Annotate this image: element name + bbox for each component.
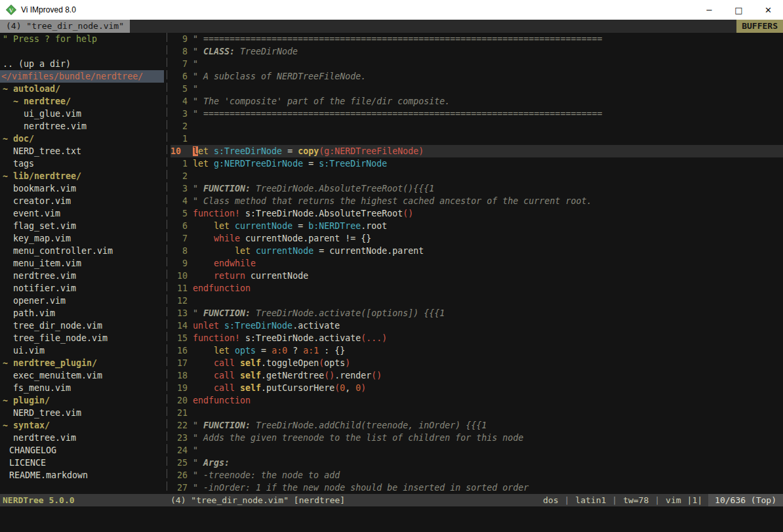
nerdtree-item[interactable]: ui.vim bbox=[0, 344, 164, 357]
nerdtree-item[interactable]: nerdtree.vim bbox=[0, 120, 164, 133]
nerdtree-item[interactable]: README.markdown bbox=[0, 469, 164, 481]
nerdtree-item[interactable]: tree_file_node.vim bbox=[0, 332, 164, 344]
line-number: 22 bbox=[171, 419, 188, 432]
nerdtree-item[interactable]: flag_set.vim bbox=[0, 220, 164, 232]
nerdtree-item[interactable]: ~ doc/ bbox=[0, 133, 164, 145]
editor-line[interactable]: 1let g:NERDTreeDirNode = s:TreeDirNode bbox=[171, 157, 783, 170]
editor-line[interactable]: 9 endwhile bbox=[171, 257, 783, 270]
statusline: NERDTree 5.0.0 (4) "tree_dir_node.vim" [… bbox=[0, 494, 783, 506]
close-button[interactable]: ✕ bbox=[753, 0, 783, 20]
nerdtree-item[interactable]: ~ autoload/ bbox=[0, 83, 164, 95]
nerdtree-item[interactable]: ~ syntax/ bbox=[0, 419, 164, 432]
nerdtree-item[interactable]: path.vim bbox=[0, 307, 164, 319]
code-text: call self.putCursorHere(0, 0) bbox=[193, 382, 366, 394]
nerdtree-item[interactable]: nerdtree.vim bbox=[0, 270, 164, 282]
nerdtree-item[interactable]: key_map.vim bbox=[0, 232, 164, 245]
editor-line[interactable]: 12 bbox=[171, 295, 783, 307]
nerdtree-item[interactable]: NERD_tree.txt bbox=[0, 145, 164, 157]
editor-line[interactable]: 17 call self.toggleOpen(opts) bbox=[171, 357, 783, 369]
nerdtree-item[interactable]: exec_menuitem.vim bbox=[0, 369, 164, 382]
editor-line[interactable]: 26" -treenode: the node to add bbox=[171, 469, 783, 481]
editor-line[interactable]: 4" The 'composite' part of the file/dir … bbox=[171, 95, 783, 108]
nerdtree-item[interactable]: ~ nerdtree/ bbox=[0, 95, 164, 108]
editor-line[interactable]: 20endfunction bbox=[171, 394, 783, 407]
editor-line[interactable]: 5" bbox=[171, 83, 783, 95]
nerdtree-up-dir[interactable]: .. (up a dir) bbox=[0, 58, 164, 70]
line-number: 11 bbox=[171, 282, 188, 295]
nerdtree-item[interactable]: CHANGELOG bbox=[0, 444, 164, 457]
editor-line[interactable]: 25" Args: bbox=[171, 457, 783, 469]
minimize-button[interactable]: ─ bbox=[694, 0, 724, 20]
nerdtree-item[interactable]: event.vim bbox=[0, 207, 164, 220]
nerdtree-item[interactable]: menu_item.vim bbox=[0, 257, 164, 270]
editor-line[interactable]: 19 call self.putCursorHere(0, 0) bbox=[171, 382, 783, 394]
nerdtree-item[interactable]: nerdtree.vim bbox=[0, 432, 164, 444]
buffer-status: (4) "tree_dir_node.vim" [nerdtree] bbox=[171, 494, 345, 506]
line-number: 3 bbox=[171, 182, 188, 195]
nerdtree-item[interactable]: tree_dir_node.vim bbox=[0, 319, 164, 332]
editor-line[interactable]: 6" A subclass of NERDTreeFileNode. bbox=[171, 70, 783, 83]
editor-line[interactable]: 22" FUNCTION: TreeDirNode.addChild(treen… bbox=[171, 419, 783, 432]
line-number: 10 bbox=[171, 145, 188, 157]
nerdtree-root[interactable]: </vimfiles/bundle/nerdtree/ bbox=[0, 70, 164, 83]
line-number: 1 bbox=[171, 133, 188, 145]
editor-line[interactable]: 6 let currentNode = b:NERDTree.root bbox=[171, 220, 783, 232]
nerdtree-item[interactable]: notifier.vim bbox=[0, 282, 164, 295]
code-text: " FUNCTION: TreeDirNode.activate([option… bbox=[193, 307, 445, 319]
nerdtree-item[interactable]: creator.vim bbox=[0, 195, 164, 207]
editor-line[interactable]: 8" CLASS: TreeDirNode bbox=[171, 45, 783, 58]
editor-line[interactable]: 3" FUNCTION: TreeDirNode.AbsoluteTreeRoo… bbox=[171, 182, 783, 195]
editor-line[interactable]: 27" -inOrder: 1 if the new node should b… bbox=[171, 481, 783, 494]
editor-line[interactable]: 15function! s:TreeDirNode.activate(...) bbox=[171, 332, 783, 344]
maximize-button[interactable]: □ bbox=[724, 0, 753, 20]
editor-line[interactable]: 23" Adds the given treenode to the list … bbox=[171, 432, 783, 444]
editor-line[interactable]: 2 bbox=[171, 120, 783, 133]
editor-line[interactable]: 2 bbox=[171, 170, 783, 182]
nerdtree-item[interactable]: tags bbox=[0, 157, 164, 170]
line-number: 16 bbox=[171, 344, 188, 357]
nerdtree-item[interactable]: menu_controller.vim bbox=[0, 245, 164, 257]
editor-line[interactable]: 18 call self.getNerdtree().render() bbox=[171, 369, 783, 382]
nerdtree-item[interactable]: ~ lib/nerdtree/ bbox=[0, 170, 164, 182]
nerdtree-item[interactable]: ~ nerdtree_plugin/ bbox=[0, 357, 164, 369]
nerdtree-item[interactable]: NERD_tree.vim bbox=[0, 407, 164, 419]
nerdtree-item[interactable]: ui_glue.vim bbox=[0, 108, 164, 120]
editor-line[interactable]: 10 return currentNode bbox=[171, 270, 783, 282]
svg-text:V: V bbox=[9, 7, 14, 14]
filetype-indicator: vim bbox=[666, 494, 681, 506]
editor-line[interactable]: 16 let opts = a:0 ? a:1 : {} bbox=[171, 344, 783, 357]
editor-line[interactable]: 13" FUNCTION: TreeDirNode.activate([opti… bbox=[171, 307, 783, 319]
line-number: 2 bbox=[171, 120, 188, 133]
window-separator[interactable] bbox=[164, 33, 171, 494]
tab-tree-dir-node[interactable]: (4) "tree_dir_node.vim" bbox=[0, 20, 130, 33]
line-number: 21 bbox=[171, 407, 188, 419]
editor-line[interactable]: 10let s:TreeDirNode = copy(g:NERDTreeFil… bbox=[171, 145, 783, 157]
editor-line[interactable]: 4" Class method that returns the highest… bbox=[171, 195, 783, 207]
editor-line[interactable]: 7 while currentNode.parent != {} bbox=[171, 232, 783, 245]
vim-window: V Vi IMproved 8.0 ─ □ ✕ (4) "tree_dir_no… bbox=[0, 0, 783, 532]
editor-line[interactable]: 24" bbox=[171, 444, 783, 457]
nerdtree-item[interactable]: opener.vim bbox=[0, 295, 164, 307]
editor-line[interactable]: 14unlet s:TreeDirNode.activate bbox=[171, 319, 783, 332]
editor-line[interactable]: 7" bbox=[171, 58, 783, 70]
code-text: " Class method that returns the highest … bbox=[193, 195, 592, 207]
nerdtree-item[interactable]: fs_menu.vim bbox=[0, 382, 164, 394]
command-line[interactable] bbox=[0, 506, 783, 532]
editor-line[interactable]: 3" =====================================… bbox=[171, 108, 783, 120]
editor-line[interactable]: 9" =====================================… bbox=[171, 33, 783, 45]
line-number: 14 bbox=[171, 319, 188, 332]
editor-line[interactable]: 5function! s:TreeDirNode.AbsoluteTreeRoo… bbox=[171, 207, 783, 220]
file-format: dos bbox=[543, 494, 558, 506]
statusline-separator: | bbox=[612, 494, 617, 506]
nerdtree-item[interactable]: ~ plugin/ bbox=[0, 394, 164, 407]
line-number: 17 bbox=[171, 357, 188, 369]
editor-line[interactable]: 21 bbox=[171, 407, 783, 419]
editor-panel[interactable]: 9" =====================================… bbox=[171, 33, 783, 494]
nerdtree-item[interactable]: bookmark.vim bbox=[0, 182, 164, 195]
nerdtree-item[interactable]: LICENCE bbox=[0, 457, 164, 469]
nerdtree-panel[interactable]: " Press ? for help.. (up a dir)</vimfile… bbox=[0, 33, 164, 494]
editor-line[interactable]: 8 let currentNode = currentNode.parent bbox=[171, 245, 783, 257]
nerdtree-help[interactable]: " Press ? for help bbox=[0, 33, 164, 45]
editor-line[interactable]: 11endfunction bbox=[171, 282, 783, 295]
editor-line[interactable]: 1 bbox=[171, 133, 783, 145]
